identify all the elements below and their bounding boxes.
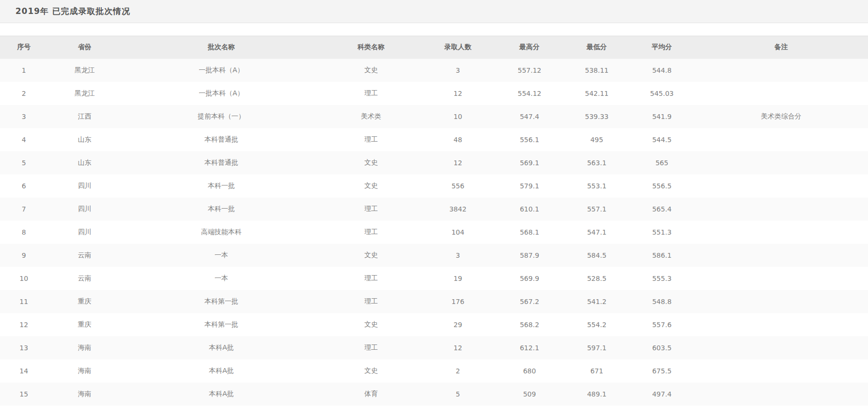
cell-province: 黑龙江	[48, 82, 122, 105]
cell-min-score: 489.1	[564, 383, 629, 406]
cell-subject-category: 美术类	[321, 105, 421, 128]
cell-remark	[694, 336, 868, 359]
table-row: 11重庆本科第一批理工176567.2541.2548.8	[0, 290, 868, 313]
cell-admitted-count: 10	[421, 105, 495, 128]
cell-remark	[694, 198, 868, 221]
cell-index: 15	[0, 383, 48, 406]
cell-admitted-count: 3	[421, 244, 495, 267]
cell-min-score: 554.2	[564, 313, 629, 336]
cell-admitted-count: 176	[421, 290, 495, 313]
cell-province: 四川	[48, 174, 122, 198]
cell-subject-category: 理工	[321, 128, 421, 151]
cell-subject-category: 文史	[321, 174, 421, 198]
table-row: 14海南本科A批文史2680671675.5	[0, 359, 868, 383]
cell-remark	[694, 128, 868, 151]
cell-min-score: 547.1	[564, 221, 629, 244]
cell-subject-category: 文史	[321, 313, 421, 336]
cell-remark	[694, 313, 868, 336]
cell-remark	[694, 221, 868, 244]
cell-min-score: 671	[564, 359, 629, 383]
page-header: 2019年 已完成录取批次情况	[0, 0, 868, 23]
cell-admitted-count: 556	[421, 174, 495, 198]
cell-subject-category: 理工	[321, 221, 421, 244]
cell-admitted-count: 5	[421, 383, 495, 406]
table-row: 7四川本科一批理工3842610.1557.1565.4	[0, 198, 868, 221]
admissions-table-container: 序号省份批次名称科类名称录取人数最高分最低分平均分备注 1黑龙江一批本科（A）文…	[0, 36, 868, 406]
cell-remark	[694, 383, 868, 406]
cell-avg-score: 565.4	[629, 198, 694, 221]
column-header-batch-name: 批次名称	[122, 36, 321, 59]
cell-batch-name: 本科一批	[122, 198, 321, 221]
column-header-remark: 备注	[694, 36, 868, 59]
column-header-index: 序号	[0, 36, 48, 59]
table-row: 4山东本科普通批理工48556.1495544.5	[0, 128, 868, 151]
cell-admitted-count: 29	[421, 313, 495, 336]
cell-subject-category: 理工	[321, 290, 421, 313]
cell-admitted-count: 48	[421, 128, 495, 151]
table-row: 9云南一本文史3587.9584.5586.1	[0, 244, 868, 267]
cell-province: 海南	[48, 383, 122, 406]
column-header-admitted-count: 录取人数	[421, 36, 495, 59]
cell-avg-score: 565	[629, 151, 694, 174]
cell-subject-category: 理工	[321, 336, 421, 359]
cell-max-score: 509	[495, 383, 564, 406]
cell-max-score: 554.12	[495, 82, 564, 105]
cell-remark	[694, 59, 868, 82]
table-row: 13海南本科A批理工12612.1597.1603.5	[0, 336, 868, 359]
cell-batch-name: 本科第一批	[122, 290, 321, 313]
cell-avg-score: 556.5	[629, 174, 694, 198]
cell-min-score: 563.1	[564, 151, 629, 174]
cell-max-score: 569.9	[495, 267, 564, 290]
cell-max-score: 612.1	[495, 336, 564, 359]
cell-min-score: 539.33	[564, 105, 629, 128]
cell-avg-score: 544.5	[629, 128, 694, 151]
cell-index: 5	[0, 151, 48, 174]
cell-province: 重庆	[48, 290, 122, 313]
cell-batch-name: 本科第一批	[122, 313, 321, 336]
cell-min-score: 542.11	[564, 82, 629, 105]
cell-max-score: 567.2	[495, 290, 564, 313]
cell-batch-name: 一批本科（A）	[122, 82, 321, 105]
cell-admitted-count: 3	[421, 59, 495, 82]
cell-province: 四川	[48, 221, 122, 244]
table-row: 6四川本科一批文史556579.1553.1556.5	[0, 174, 868, 198]
cell-index: 10	[0, 267, 48, 290]
cell-avg-score: 545.03	[629, 82, 694, 105]
cell-batch-name: 本科A批	[122, 383, 321, 406]
cell-min-score: 584.5	[564, 244, 629, 267]
cell-remark	[694, 151, 868, 174]
cell-batch-name: 本科普通批	[122, 151, 321, 174]
cell-subject-category: 理工	[321, 82, 421, 105]
cell-subject-category: 体育	[321, 383, 421, 406]
cell-admitted-count: 2	[421, 359, 495, 383]
cell-province: 黑龙江	[48, 59, 122, 82]
cell-batch-name: 一本	[122, 244, 321, 267]
cell-min-score: 557.1	[564, 198, 629, 221]
cell-index: 2	[0, 82, 48, 105]
cell-max-score: 568.1	[495, 221, 564, 244]
cell-avg-score: 603.5	[629, 336, 694, 359]
cell-index: 4	[0, 128, 48, 151]
table-row: 2黑龙江一批本科（A）理工12554.12542.11545.03	[0, 82, 868, 105]
cell-max-score: 680	[495, 359, 564, 383]
cell-max-score: 557.12	[495, 59, 564, 82]
cell-subject-category: 理工	[321, 267, 421, 290]
cell-province: 江西	[48, 105, 122, 128]
cell-avg-score: 548.8	[629, 290, 694, 313]
cell-avg-score: 551.3	[629, 221, 694, 244]
cell-index: 11	[0, 290, 48, 313]
cell-admitted-count: 12	[421, 82, 495, 105]
cell-min-score: 495	[564, 128, 629, 151]
cell-province: 山东	[48, 128, 122, 151]
cell-province: 四川	[48, 198, 122, 221]
table-body: 1黑龙江一批本科（A）文史3557.12538.11544.82黑龙江一批本科（…	[0, 59, 868, 406]
cell-index: 14	[0, 359, 48, 383]
cell-min-score: 553.1	[564, 174, 629, 198]
cell-index: 3	[0, 105, 48, 128]
cell-min-score: 597.1	[564, 336, 629, 359]
cell-batch-name: 本科A批	[122, 336, 321, 359]
cell-avg-score: 544.8	[629, 59, 694, 82]
cell-avg-score: 555.3	[629, 267, 694, 290]
cell-index: 6	[0, 174, 48, 198]
column-header-subject-category: 科类名称	[321, 36, 421, 59]
